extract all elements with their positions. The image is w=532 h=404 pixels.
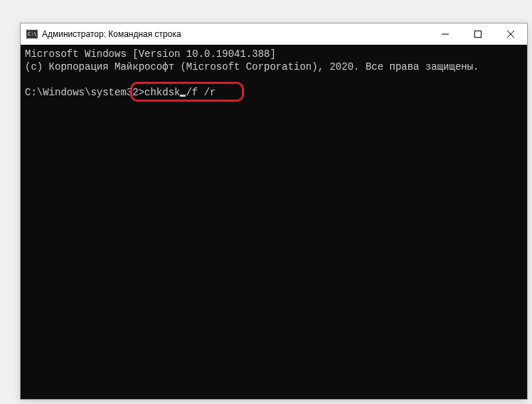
copyright-line: (c) Корпорация Майкрософт (Microsoft Cor… bbox=[25, 60, 523, 73]
titlebar[interactable]: C:\ Администратор: Командная строка bbox=[21, 23, 527, 45]
svg-text:C:\: C:\ bbox=[28, 31, 37, 37]
minimize-button[interactable] bbox=[429, 23, 462, 44]
command-prompt-window: C:\ Администратор: Командная строка Micr… bbox=[20, 23, 528, 400]
prompt-path: C:\Windows\system32> bbox=[25, 87, 144, 98]
svg-rect-3 bbox=[475, 31, 482, 37]
close-button[interactable] bbox=[494, 23, 527, 44]
prompt-line: C:\Windows\system32>chkdsk/f /r bbox=[25, 86, 216, 99]
command-text-1: chkdsk bbox=[144, 87, 180, 98]
command-text-2: /f /r bbox=[186, 87, 216, 98]
window-controls bbox=[429, 23, 527, 44]
version-line: Microsoft Windows [Version 10.0.19041.38… bbox=[25, 48, 523, 60]
maximize-button[interactable] bbox=[462, 23, 494, 44]
cursor bbox=[180, 95, 186, 97]
terminal-area[interactable]: Microsoft Windows [Version 10.0.19041.38… bbox=[21, 45, 527, 399]
cmd-icon: C:\ bbox=[26, 28, 38, 40]
window-title: Администратор: Командная строка bbox=[42, 29, 429, 39]
